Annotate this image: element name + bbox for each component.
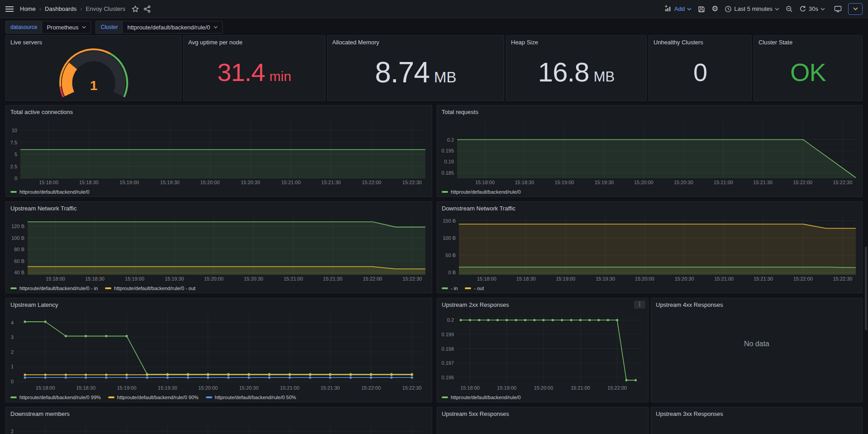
menu-icon[interactable] <box>5 6 14 12</box>
svg-text:15:22:00: 15:22:00 <box>793 276 813 281</box>
panel-title[interactable]: Upstream Network Traffic <box>6 202 432 212</box>
panel-heap-size: Heap Size 16.8 MB <box>506 35 647 101</box>
refresh-icon <box>799 5 806 13</box>
time-series-chart[interactable]: 02.557.51015:18:0015:18:3015:19:0015:19:… <box>7 118 430 186</box>
panel-downstream-members: Downstream members 2 <box>5 407 432 434</box>
svg-text:15:19:00: 15:19:00 <box>125 276 144 281</box>
breadcrumb-current[interactable]: Envoy Clusters <box>86 5 125 12</box>
legend-series-color <box>465 287 471 289</box>
svg-text:7.5: 7.5 <box>10 140 17 145</box>
legend-item[interactable]: httproute/default/backend/rule/0 90% <box>108 395 199 400</box>
svg-text:15:18:30: 15:18:30 <box>516 276 536 281</box>
time-range-picker[interactable]: Last 5 minutes <box>725 5 779 13</box>
svg-text:15:20:30: 15:20:30 <box>675 276 694 281</box>
legend-item[interactable]: httproute/default/backend/rule/0 <box>442 395 521 400</box>
svg-text:15:18:30: 15:18:30 <box>76 385 95 391</box>
panel-title[interactable]: Total active connections <box>6 105 432 115</box>
chevron-down-icon <box>775 8 779 10</box>
svg-text:15:21:00: 15:21:00 <box>714 276 734 281</box>
breadcrumb-home[interactable]: Home <box>20 5 36 12</box>
panel-title[interactable]: Avg uptime per node <box>184 36 325 46</box>
svg-text:15:19:30: 15:19:30 <box>595 180 614 185</box>
panel-title[interactable]: Downstream members <box>6 407 432 417</box>
panel-title[interactable]: Downstream Network Traffic <box>437 202 862 212</box>
svg-text:15:19:00: 15:19:00 <box>556 276 575 281</box>
svg-text:15:19:00: 15:19:00 <box>119 180 139 185</box>
stat-value: 8.74 <box>375 58 429 87</box>
breadcrumb-dashboards[interactable]: Dashboards <box>45 5 76 12</box>
stat-unit: MB <box>594 70 615 84</box>
legend-series-color <box>105 287 111 289</box>
panel-title[interactable]: Cluster State <box>754 36 862 46</box>
collapse-topbar-button[interactable] <box>848 3 863 15</box>
add-label: Add <box>674 5 685 12</box>
time-series-chart[interactable]: 0.1960.1970.1980.1990.215:18:0015:19:001… <box>438 311 646 391</box>
dashboard-variables: datasource Prometheus Cluster httproute/… <box>5 21 223 33</box>
svg-text:100 B: 100 B <box>11 235 24 241</box>
panel-title[interactable]: Heap Size <box>506 36 646 46</box>
panel-title[interactable]: Upstream 3xx Responses <box>651 407 862 417</box>
panel-title[interactable]: Allocated Memory <box>328 36 504 46</box>
legend-item[interactable]: httproute/default/backend/rule/0 <box>442 189 521 195</box>
gauge: 1 <box>6 48 181 100</box>
panel-menu-icon[interactable]: ⋮ <box>634 300 645 309</box>
datasource-select[interactable]: Prometheus <box>42 21 91 33</box>
zoom-out-time-icon[interactable] <box>786 5 793 13</box>
svg-text:15:20:00: 15:20:00 <box>634 180 653 185</box>
svg-text:15:22:30: 15:22:30 <box>403 276 422 281</box>
kiosk-mode-icon[interactable] <box>834 5 842 13</box>
dashboard-settings-icon[interactable]: ⚙ <box>711 5 718 13</box>
chart-legend: - in- out <box>442 286 484 291</box>
chevron-down-icon <box>853 7 858 10</box>
panel-title[interactable]: Upstream Latency <box>6 298 432 308</box>
legend-item[interactable]: httproute/default/backend/rule/0 99% <box>10 395 101 400</box>
svg-text:15:18:00: 15:18:00 <box>475 180 495 185</box>
legend-item[interactable]: httproute/default/backend/rule/0 50% <box>206 395 296 400</box>
time-series-chart[interactable]: 2 <box>7 420 430 434</box>
legend-series-label: httproute/default/backend/rule/0 99% <box>19 395 101 400</box>
legend-series-color <box>206 396 212 398</box>
svg-text:50 B: 50 B <box>445 253 456 258</box>
panel-title[interactable]: Unhealthy Clusters <box>649 36 751 46</box>
page-scrollbar[interactable] <box>865 247 867 330</box>
clock-icon <box>725 5 732 13</box>
variable-label: Cluster <box>95 21 123 33</box>
time-series-chart[interactable]: 0123415:18:0015:18:3015:19:0015:19:3015:… <box>7 311 430 391</box>
legend-series-color <box>10 287 17 289</box>
legend-item[interactable]: - out <box>465 286 484 291</box>
svg-text:15:20:00: 15:20:00 <box>204 276 224 281</box>
legend-item[interactable]: httproute/default/backend/rule/0 <box>10 189 90 195</box>
legend-item[interactable]: httproute/default/backend/rule/0 - out <box>105 286 196 291</box>
chart-canvas: 0 B50 B100 B150 B15:18:0015:18:3015:19:0… <box>438 215 860 282</box>
legend-series-label: httproute/default/backend/rule/0 <box>19 189 90 195</box>
svg-text:3: 3 <box>11 334 14 340</box>
time-series-chart[interactable]: 40 B60 B80 B100 B120 B15:18:0015:18:3015… <box>7 215 430 282</box>
panel-title[interactable]: Total requests <box>437 105 862 115</box>
time-series-chart[interactable]: 0.1850.190.1950.215:18:0015:18:3015:19:0… <box>438 118 860 186</box>
chart-legend: httproute/default/backend/rule/0 <box>442 395 521 400</box>
panel-upstream-3xx-responses: Upstream 3xx Responses <box>651 407 863 434</box>
chart-canvas: 0.1960.1970.1980.1990.215:18:0015:19:001… <box>438 311 646 391</box>
save-dashboard-icon[interactable] <box>698 5 705 13</box>
share-icon[interactable] <box>143 5 151 13</box>
stat-value: 31.4 <box>217 60 265 85</box>
svg-text:15:20:00: 15:20:00 <box>534 385 553 391</box>
legend-series-label: - in <box>451 286 458 291</box>
time-range-label: Last 5 minutes <box>734 5 773 12</box>
star-icon[interactable] <box>132 5 139 13</box>
legend-item[interactable]: - in <box>442 286 458 291</box>
panel-title[interactable]: Upstream 2xx Responses <box>437 298 648 308</box>
time-series-chart[interactable]: 0 B50 B100 B150 B15:18:0015:18:3015:19:0… <box>438 215 860 282</box>
svg-text:0.199: 0.199 <box>441 332 454 337</box>
panel-upstream-2xx-responses: Upstream 2xx Responses ⋮ 0.1960.1970.198… <box>437 298 649 402</box>
svg-text:15:22:00: 15:22:00 <box>607 385 627 391</box>
svg-text:15:21:30: 15:21:30 <box>754 276 773 281</box>
legend-item[interactable]: httproute/default/backend/rule/0 - in <box>10 286 98 291</box>
cluster-select[interactable]: httproute/default/backend/rule/0 <box>123 21 223 33</box>
add-button[interactable]: Add <box>665 5 692 13</box>
panel-title[interactable]: Upstream 4xx Responses <box>651 298 862 308</box>
chevron-down-icon <box>214 26 218 29</box>
panel-title[interactable]: Upstream 5xx Responses <box>437 407 648 417</box>
refresh-picker[interactable]: 30s <box>799 5 825 13</box>
panel-title[interactable]: Live servers <box>6 36 181 46</box>
